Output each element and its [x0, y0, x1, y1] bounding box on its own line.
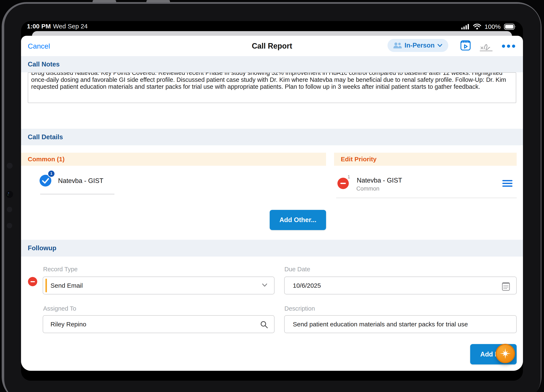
- calendar-icon[interactable]: [502, 281, 510, 291]
- sparkle-icon[interactable]: [496, 344, 515, 363]
- call-notes-textarea[interactable]: Drug discussed Natevba. Key Points Cover…: [28, 72, 516, 103]
- front-camera: [6, 191, 13, 198]
- edit-priority-title: Edit Priority: [341, 156, 377, 163]
- followup-title: Followup: [28, 244, 56, 252]
- more-ellipsis-icon[interactable]: [502, 45, 515, 48]
- selected-count-badge: 1: [47, 170, 55, 177]
- people-icon: [393, 42, 402, 49]
- record-type-label: Record Type: [43, 266, 78, 273]
- battery-percent: 100%: [485, 23, 501, 30]
- call-channel-label: In-Person: [405, 42, 435, 49]
- edit-priority-header: Edit Priority: [334, 153, 517, 166]
- status-time: 1:00 PM: [27, 23, 51, 30]
- call-notes-title: Call Notes: [28, 61, 60, 68]
- bezel-sensor-dot: [7, 207, 12, 212]
- priority-number: 1: [348, 174, 350, 180]
- remove-followup-button[interactable]: [28, 277, 37, 286]
- drag-handle-icon[interactable]: [502, 180, 512, 187]
- bezel-sensor-dot: [7, 223, 12, 228]
- wifi-icon: [473, 24, 481, 30]
- followup-section-header: Followup: [21, 240, 523, 257]
- minus-icon: [340, 183, 346, 184]
- description-value: Send patient education materials and sta…: [293, 321, 468, 328]
- media-player-icon[interactable]: [460, 40, 471, 51]
- due-date-label: Due Date: [284, 266, 310, 273]
- product-label[interactable]: Natevba - GIST: [58, 177, 103, 185]
- signal-icon: [461, 24, 470, 30]
- call-details-title: Call Details: [28, 133, 63, 141]
- ipad-screen: 1:00 PM Wed Sep 24 100%: [21, 21, 523, 381]
- assigned-to-value: Riley Repino: [50, 321, 86, 328]
- status-date: Wed Sep 24: [53, 23, 88, 30]
- remove-priority-button[interactable]: [337, 178, 349, 189]
- due-date-value: 10/6/2025: [293, 282, 321, 289]
- common-group-title: Common (1): [28, 156, 65, 163]
- call-notes-section-header: Call Notes: [21, 56, 523, 72]
- chevron-down-icon: [261, 283, 268, 287]
- assigned-to-input[interactable]: Riley Repino: [43, 315, 275, 333]
- minus-icon: [30, 281, 35, 282]
- call-channel-dropdown[interactable]: In-Person: [387, 39, 448, 52]
- call-details-section-header: Call Details: [21, 129, 523, 145]
- chevron-down-icon: [437, 43, 443, 47]
- common-group-header: Common (1): [21, 153, 326, 166]
- add-other-button[interactable]: Add Other...: [270, 210, 326, 230]
- record-type-value: Send Email: [50, 282, 83, 289]
- call-report-sheet: Cancel Call Report In-Person: [21, 36, 523, 371]
- assigned-to-label: Assigned To: [43, 305, 76, 312]
- priority-product-label: Natevba - GIST: [357, 177, 402, 184]
- battery-icon: [504, 23, 516, 30]
- signature-icon[interactable]: [479, 41, 493, 52]
- starburst-glyph: [498, 346, 513, 361]
- description-label: Description: [284, 305, 315, 312]
- due-date-input[interactable]: 10/6/2025: [284, 276, 517, 294]
- search-icon[interactable]: [260, 321, 268, 329]
- call-notes-text: Drug discussed Natevba. Key Points Cover…: [31, 72, 508, 90]
- priority-group-label: Common: [356, 186, 379, 192]
- bezel-sensor-dot: [7, 163, 13, 169]
- record-type-select[interactable]: Send Email: [43, 276, 275, 294]
- product-detail-underline: [40, 194, 114, 194]
- priority-divider: [336, 198, 517, 198]
- required-field-bar: [45, 279, 47, 292]
- description-input[interactable]: Send patient education materials and sta…: [284, 315, 517, 333]
